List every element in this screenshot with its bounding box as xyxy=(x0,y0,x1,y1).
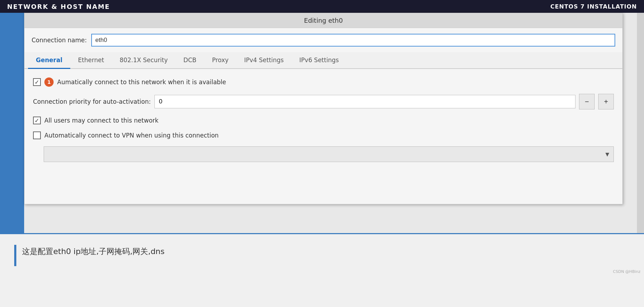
connection-name-row: Connection name: xyxy=(24,28,622,52)
all-users-row: All users may connect to this network xyxy=(33,117,614,124)
tab-8021x-security[interactable]: 802.1X Security xyxy=(112,52,176,69)
vpn-dropdown[interactable]: ▼ xyxy=(44,146,614,162)
sidebar-strip xyxy=(0,13,24,233)
scrollbar[interactable] xyxy=(637,13,644,233)
vpn-label: Automatically connect to VPN when using … xyxy=(44,132,219,139)
bottom-text: 这是配置eth0 ip地址,子网掩码,网关,dns xyxy=(22,245,165,257)
bottom-blue-bar xyxy=(14,245,16,266)
tab-ipv4-settings[interactable]: IPv4 Settings xyxy=(236,52,291,69)
tab-ipv6-settings[interactable]: IPv6 Settings xyxy=(291,52,346,69)
dialog-titlebar: Editing eth0 xyxy=(24,13,622,28)
vpn-row: Automatically connect to VPN when using … xyxy=(33,131,614,139)
tab-proxy[interactable]: Proxy xyxy=(204,52,236,69)
priority-row: Connection priority for auto-activation:… xyxy=(33,94,614,109)
auto-connect-row: 1 Aumatically connect to this network wh… xyxy=(33,77,614,87)
tab-dcb[interactable]: DCB xyxy=(176,52,204,69)
priority-decrease-button[interactable]: − xyxy=(579,94,595,109)
auto-connect-checkbox[interactable] xyxy=(33,78,41,86)
top-bar-right: CENTOS 7 INSTALLATION xyxy=(550,3,637,10)
connection-name-label: Connection name: xyxy=(32,37,87,44)
badge-1: 1 xyxy=(44,77,54,87)
priority-increase-button[interactable]: + xyxy=(598,94,614,109)
main-area: Editing eth0 Connection name: General Et… xyxy=(0,13,644,233)
dialog: Editing eth0 Connection name: General Et… xyxy=(24,13,623,204)
tab-content-general: 1 Aumatically connect to this network wh… xyxy=(24,69,622,204)
priority-input[interactable] xyxy=(154,95,575,108)
all-users-checkbox[interactable] xyxy=(33,117,41,124)
tab-general[interactable]: General xyxy=(28,52,70,69)
tabs: General Ethernet 802.1X Security DCB Pro… xyxy=(24,52,622,69)
all-users-label: All users may connect to this network xyxy=(44,117,158,124)
tab-ethernet[interactable]: Ethernet xyxy=(70,52,112,69)
auto-connect-label: Aumatically connect to this network when… xyxy=(57,79,226,86)
dialog-wrapper: Editing eth0 Connection name: General Et… xyxy=(24,13,637,233)
top-bar-title: NETWORK & HOST NAME xyxy=(7,3,110,10)
top-bar: NETWORK & HOST NAME CENTOS 7 INSTALLATIO… xyxy=(0,0,644,13)
bottom-area: 这是配置eth0 ip地址,子网掩码,网关,dns CSDN @HBinz xyxy=(0,233,644,277)
connection-name-input[interactable] xyxy=(91,34,615,47)
priority-label: Connection priority for auto-activation: xyxy=(33,98,151,105)
vpn-dropdown-arrow-icon: ▼ xyxy=(605,151,609,157)
vpn-checkbox[interactable] xyxy=(33,131,41,139)
watermark: CSDN @HBinz xyxy=(613,269,640,274)
